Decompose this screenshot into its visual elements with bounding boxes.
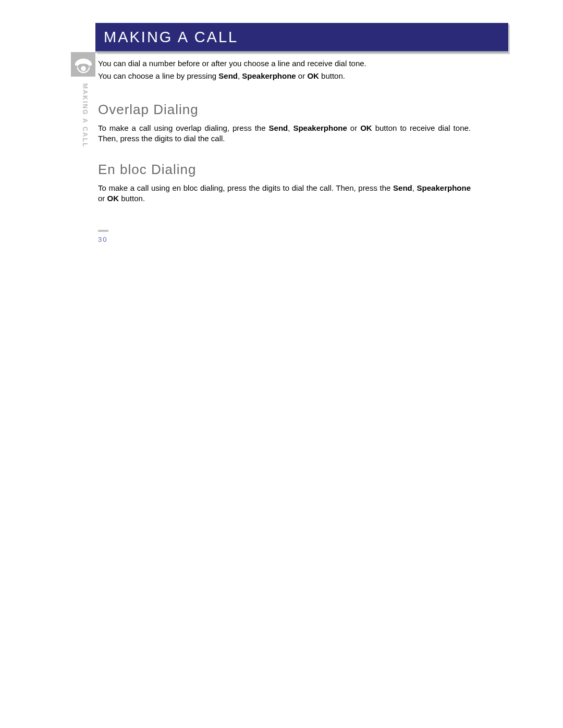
send-label: Send	[393, 183, 412, 192]
phone-handset-icon	[71, 52, 95, 77]
side-vertical-label: MAKING A CALL	[81, 83, 89, 148]
section-heading-enbloc: En bloc Dialing	[98, 162, 471, 178]
intro-line-1: You can dial a number before or after yo…	[98, 58, 471, 69]
chapter-title-bar: MAKING A CALL	[95, 23, 508, 53]
section1-body: To make a call using overlap dialing, pr…	[98, 123, 471, 144]
text: ,	[412, 183, 417, 192]
page-number: 30	[98, 236, 107, 243]
body-content: You can dial a number before or after yo…	[98, 58, 471, 204]
text: To make a call using overlap dialing, pr…	[98, 124, 269, 132]
send-label: Send	[269, 124, 288, 132]
text: To make a call using en bloc dialing, pr…	[98, 183, 393, 192]
text: ,	[288, 124, 293, 132]
ok-label: OK	[107, 194, 119, 203]
chapter-title: MAKING A CALL	[104, 29, 238, 46]
section-heading-overlap: Overlap Dialing	[98, 102, 471, 118]
section2-body: To make a call using en bloc dialing, pr…	[98, 183, 471, 204]
text: or	[296, 71, 308, 80]
intro-line-2: You can choose a line by pressing Send, …	[98, 71, 471, 81]
phone-handset-icon-svg	[74, 55, 93, 75]
text: You can choose a line by pressing	[98, 71, 218, 80]
text: or	[98, 194, 107, 203]
speakerphone-label: Speakerphone	[293, 124, 347, 132]
text: button.	[319, 71, 345, 80]
text: or	[347, 124, 360, 132]
speakerphone-label: Speakerphone	[242, 71, 296, 80]
page-number-divider	[98, 230, 108, 232]
svg-point-0	[81, 66, 85, 70]
document-page: MAKING A CALL MAKING A CALL You can dial…	[0, 0, 563, 728]
speakerphone-label: Speakerphone	[417, 183, 471, 192]
send-label: Send	[218, 71, 238, 80]
ok-label: OK	[307, 71, 319, 80]
text: button.	[119, 194, 145, 203]
ok-label: OK	[360, 124, 372, 132]
